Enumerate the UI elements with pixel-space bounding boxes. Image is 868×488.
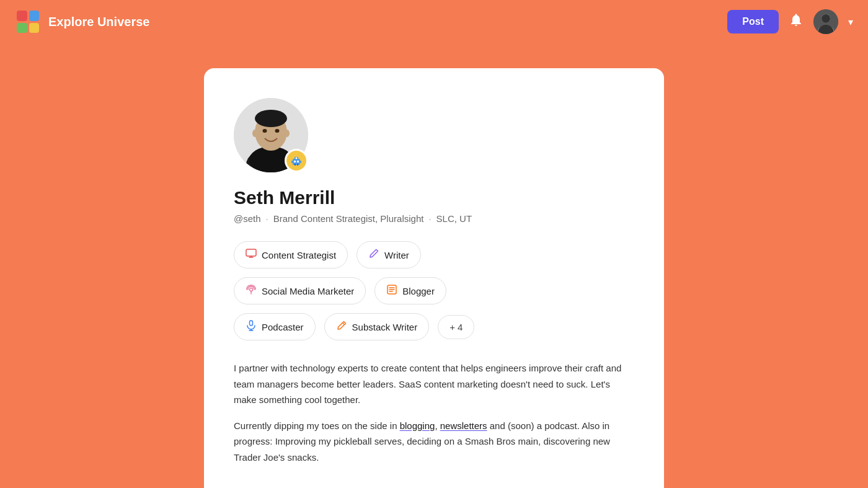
profile-name: Seth Merrill (234, 187, 634, 208)
header-actions: Post ▾ (727, 9, 853, 34)
profile-avatar-container (234, 98, 308, 172)
svg-point-3 (822, 14, 830, 23)
svg-rect-22 (297, 164, 298, 166)
svg-point-9 (255, 110, 287, 127)
tag-social-media-marketer[interactable]: Social Media Marketer (234, 277, 366, 304)
bio-link-blogging[interactable]: blogging (400, 420, 435, 431)
tag-social-media-marketer-label: Social Media Marketer (262, 286, 354, 296)
app-title: Explore Universe (48, 15, 149, 29)
bio-prefix: Currently dipping my toes on the side in (234, 420, 400, 431)
chevron-down-icon[interactable]: ▾ (848, 16, 853, 28)
tags-row-3: Podcaster Substack Writer + 4 (234, 313, 634, 340)
svg-rect-18 (297, 161, 299, 162)
tag-content-strategist-label: Content Strategist (262, 250, 336, 260)
svg-rect-23 (246, 249, 256, 256)
substack-icon (336, 320, 347, 334)
notification-bell-icon[interactable] (789, 12, 804, 31)
post-button[interactable]: Post (727, 10, 779, 33)
book-icon (386, 284, 397, 298)
svg-rect-19 (291, 161, 293, 163)
svg-point-16 (296, 157, 298, 159)
profile-meta: @seth · Brand Content Strategist, Plural… (234, 213, 634, 224)
tag-more-button[interactable]: + 4 (438, 315, 474, 339)
tag-blogger-label: Blogger (402, 286, 435, 296)
tag-podcaster[interactable]: Podcaster (234, 313, 316, 340)
tags-row-1: Content Strategist Writer (234, 241, 634, 268)
profile-handle: @seth (234, 213, 261, 224)
svg-rect-14 (293, 159, 300, 165)
tag-substack-writer[interactable]: Substack Writer (324, 313, 430, 340)
svg-rect-30 (250, 321, 253, 326)
tag-blogger[interactable]: Blogger (374, 277, 446, 304)
bio-paragraph-1: I partner with technology experts to cre… (234, 360, 634, 408)
tags-row-2: Social Media Marketer Blogger (234, 277, 634, 304)
meta-dot-1: · (266, 213, 268, 224)
monitor-icon (246, 248, 257, 262)
logo-cell-red (17, 11, 27, 21)
main-content: Seth Merrill @seth · Brand Content Strat… (0, 43, 868, 488)
svg-point-13 (285, 130, 290, 137)
tag-writer[interactable]: Writer (356, 241, 421, 268)
tag-content-strategist[interactable]: Content Strategist (234, 241, 348, 268)
logo-cell-yellow (29, 23, 40, 33)
bio-mid: , (435, 420, 440, 431)
logo-cell-blue (29, 11, 40, 21)
microphone-icon (246, 320, 257, 334)
meta-dot-2: · (428, 213, 431, 224)
logo (15, 9, 41, 35)
tags-container: Content Strategist Writer (234, 241, 634, 340)
bio-paragraph-2: Currently dipping my toes on the side in… (234, 418, 634, 466)
svg-point-10 (263, 129, 267, 133)
profile-role: Brand Content Strategist, Pluralsight (273, 213, 424, 224)
user-avatar[interactable] (813, 9, 838, 34)
svg-point-12 (252, 130, 257, 137)
svg-point-11 (275, 129, 280, 133)
bio-section: I partner with technology experts to cre… (234, 360, 634, 465)
pen-icon (368, 248, 379, 262)
profile-location: SLC, UT (436, 213, 472, 224)
broadcast-icon (246, 284, 257, 298)
svg-rect-17 (294, 161, 296, 162)
tag-writer-label: Writer (384, 250, 409, 260)
tag-substack-writer-label: Substack Writer (352, 322, 418, 332)
svg-rect-21 (294, 164, 296, 166)
logo-cell-green (17, 23, 27, 33)
bio-link-newsletters[interactable]: newsletters (440, 420, 487, 431)
tag-podcaster-label: Podcaster (262, 322, 304, 332)
svg-rect-20 (300, 161, 301, 163)
profile-card: Seth Merrill @seth · Brand Content Strat… (204, 68, 664, 488)
header: Explore Universe Post ▾ (0, 0, 868, 43)
profile-badge-icon (285, 149, 308, 172)
